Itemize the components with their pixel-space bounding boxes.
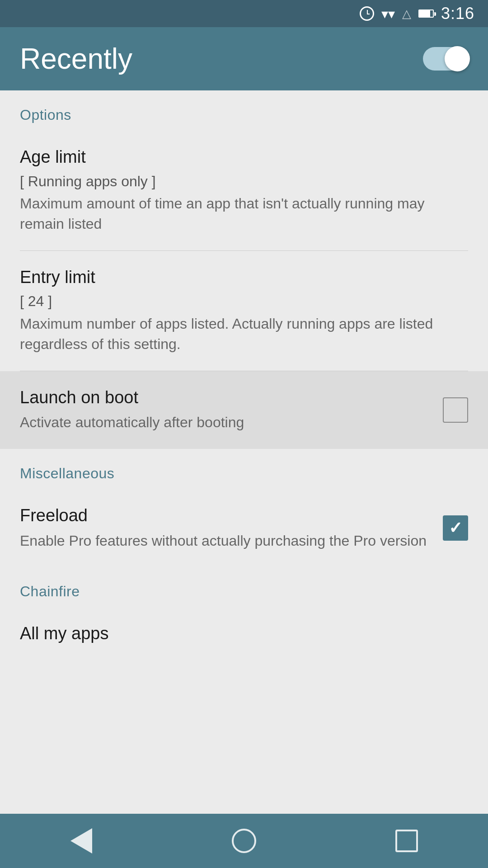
back-button[interactable]	[54, 823, 108, 859]
status-time: 3:16	[441, 4, 474, 23]
freeload-desc: Enable Pro features without actually pur…	[20, 531, 429, 551]
entry-limit-value: [ 24 ]	[20, 292, 455, 311]
launch-on-boot-title: Launch on boot	[20, 387, 429, 408]
recents-button[interactable]	[380, 823, 434, 859]
age-limit-value: [ Running apps only ]	[20, 172, 455, 191]
wifi-icon: ▾▾	[381, 6, 395, 22]
section-misc-header: Miscellaneous	[0, 449, 488, 489]
recents-icon	[395, 830, 418, 852]
launch-on-boot-checkbox[interactable]	[443, 397, 468, 423]
status-icons: ▾▾ △ 3:16	[360, 4, 474, 23]
main-toggle[interactable]	[423, 47, 468, 71]
app-header: Recently	[0, 27, 488, 90]
launch-on-boot-desc: Activate automatically after booting	[20, 412, 429, 433]
home-icon	[232, 829, 256, 853]
entry-limit-title: Entry limit	[20, 267, 455, 288]
freeload-checkbox[interactable]	[443, 515, 468, 541]
section-chainfire-header: Chainfire	[0, 567, 488, 607]
launch-on-boot-item[interactable]: Launch on boot Activate automatically af…	[0, 371, 488, 449]
all-my-apps-title: All my apps	[20, 623, 455, 644]
age-limit-title: Age limit	[20, 147, 455, 168]
age-limit-item[interactable]: Age limit [ Running apps only ] Maximum …	[0, 131, 488, 250]
age-limit-text: Age limit [ Running apps only ] Maximum …	[20, 147, 468, 234]
freeload-title: Freeload	[20, 505, 429, 526]
alarm-icon	[360, 6, 374, 21]
entry-limit-item[interactable]: Entry limit [ 24 ] Maximum number of app…	[0, 251, 488, 371]
status-bar: ▾▾ △ 3:16	[0, 0, 488, 27]
toggle-knob	[445, 46, 470, 71]
launch-on-boot-text: Launch on boot Activate automatically af…	[20, 387, 443, 433]
page-title: Recently	[20, 42, 132, 75]
all-my-apps-text: All my apps	[20, 623, 468, 649]
settings-content: Options Age limit [ Running apps only ] …	[0, 90, 488, 814]
age-limit-desc: Maximum amount of time an app that isn't…	[20, 193, 455, 234]
entry-limit-desc: Maximum number of apps listed. Actually …	[20, 314, 455, 354]
signal-icon: △	[402, 8, 411, 19]
freeload-item[interactable]: Freeload Enable Pro features without act…	[0, 489, 488, 567]
entry-limit-text: Entry limit [ 24 ] Maximum number of app…	[20, 267, 468, 354]
back-icon	[70, 828, 92, 854]
nav-bar	[0, 814, 488, 868]
section-options-header: Options	[0, 90, 488, 131]
freeload-text: Freeload Enable Pro features without act…	[20, 505, 443, 551]
battery-icon	[418, 9, 434, 18]
all-my-apps-item[interactable]: All my apps	[0, 607, 488, 665]
home-button[interactable]	[217, 823, 271, 859]
